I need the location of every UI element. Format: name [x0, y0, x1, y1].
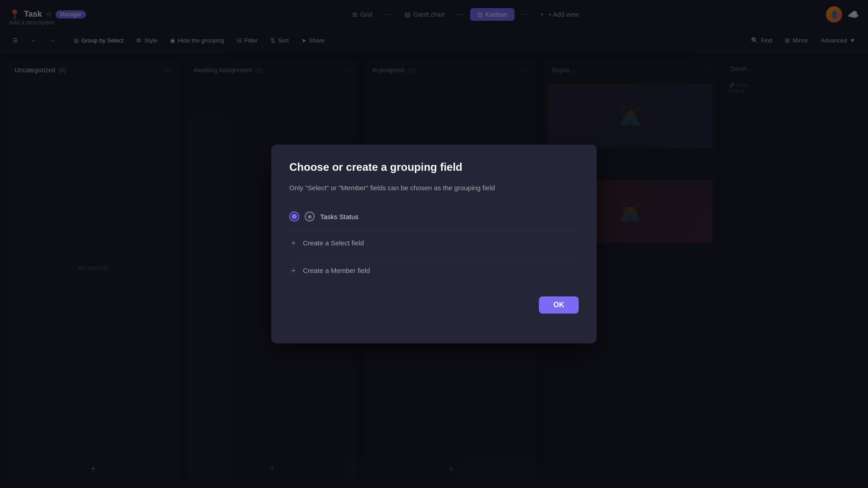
ok-button[interactable]: OK: [539, 296, 579, 314]
create-select-field-option[interactable]: ＋ Create a Select field: [289, 230, 579, 254]
create-member-field-option[interactable]: ＋ Create a Member field: [289, 258, 579, 282]
radio-inner-tasks-status: [292, 214, 297, 219]
status-circle-icon: ◉: [305, 211, 315, 221]
create-member-plus-icon: ＋: [289, 265, 297, 276]
modal-footer: OK: [289, 296, 579, 314]
modal-option-tasks-status[interactable]: ◉ Tasks Status: [289, 206, 579, 227]
create-member-label: Create a Member field: [303, 267, 370, 274]
grouping-field-modal: Choose or create a grouping field Only "…: [271, 145, 597, 343]
tasks-status-label: Tasks Status: [320, 213, 359, 221]
create-select-label: Create a Select field: [303, 239, 364, 247]
radio-outer-tasks-status: [289, 211, 299, 221]
modal-overlay: Choose or create a grouping field Only "…: [0, 0, 868, 488]
modal-title: Choose or create a grouping field: [289, 161, 579, 174]
create-select-plus-icon: ＋: [289, 237, 297, 248]
modal-description: Only "Select" or "Member" fields can be …: [289, 183, 579, 193]
